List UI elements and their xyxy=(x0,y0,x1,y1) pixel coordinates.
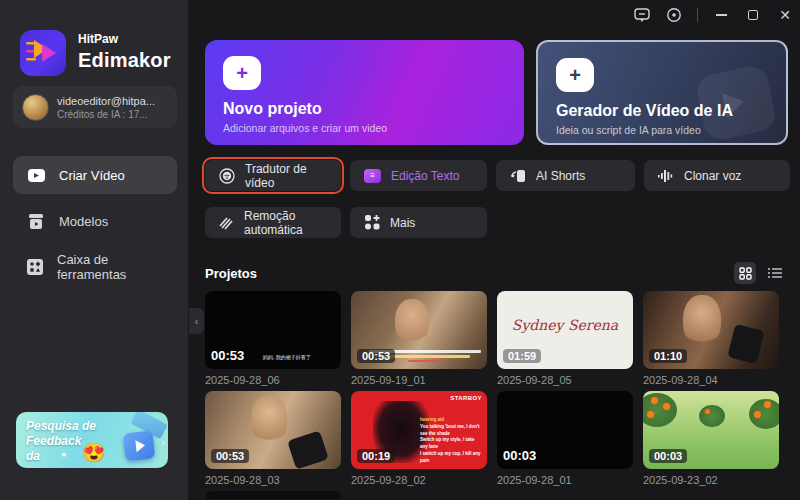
plus-icon: + xyxy=(556,58,594,92)
duration-badge: 00:19 xyxy=(357,449,395,463)
sidebar-item-label: Modelos xyxy=(59,214,108,229)
tool-buttons: ‹ 文 Tradutor de vídeo ≡ Edição Texto AI … xyxy=(205,160,790,254)
toolbox-grid-icon xyxy=(27,258,43,276)
close-button[interactable]: ✕ xyxy=(776,6,794,24)
title-card-text: Sydney Serena xyxy=(497,317,633,333)
tree-decoration xyxy=(643,393,677,427)
project-name: 2025-09-28_04 xyxy=(643,374,779,386)
brand-product: Edimakor xyxy=(78,49,171,72)
project-name: 2025-09-23_02 xyxy=(643,474,779,486)
project-thumbnail[interactable]: 00:53 xyxy=(205,391,341,469)
main-content: + Novo projeto Adicionar arquivos e cria… xyxy=(188,0,800,500)
starboy-logo-text: STARBOY xyxy=(450,395,482,401)
brand-name: HitPaw xyxy=(78,32,171,46)
tool-label: Clonar voz xyxy=(684,169,741,183)
project-thumbnail[interactable]: 00:53 xyxy=(351,291,487,369)
waveform-icon xyxy=(658,168,674,184)
app-logo-icon xyxy=(20,30,66,76)
more-tools-button[interactable]: Mais xyxy=(350,207,487,238)
tree-decoration xyxy=(699,405,725,427)
project-card[interactable]: 00:53 妈妈, 我的裙子好看了 2025-09-28_06 xyxy=(205,291,341,386)
projects-title: Projetos xyxy=(205,266,257,281)
video-translator-button[interactable]: 文 Tradutor de vídeo xyxy=(205,160,341,191)
project-thumbnail[interactable]: 00:53 妈妈, 我的裙子好看了 xyxy=(205,291,341,369)
project-card[interactable]: 00:03 2025-09-28_01 xyxy=(497,391,633,486)
sparkle-icon: ✦ xyxy=(60,450,68,460)
feedback-survey-banner[interactable]: Pesquisa de Feedback da ✦ 😍 › xyxy=(16,412,168,468)
duration-badge: 01:10 xyxy=(649,349,687,363)
chevron-right-icon: › xyxy=(161,436,165,448)
play-clapper-icon xyxy=(123,431,156,462)
stripes-eraser-icon xyxy=(219,215,234,231)
project-name: 2025-09-28_01 xyxy=(497,474,633,486)
voice-clone-button[interactable]: Clonar voz xyxy=(644,160,790,191)
tool-label: Remoção automática xyxy=(244,209,327,237)
project-thumbnail[interactable]: 00:03 xyxy=(497,391,633,469)
more-grid-plus-icon xyxy=(364,215,380,231)
lyrics-overlay: hearing aid You talking 'bout me, I don'… xyxy=(420,417,482,464)
project-name: 2025-09-28_03 xyxy=(205,474,341,486)
text-editing-button[interactable]: ≡ Edição Texto xyxy=(350,160,487,191)
duration-badge: 00:53 xyxy=(357,349,395,363)
maximize-button[interactable] xyxy=(744,6,762,24)
tool-label: AI Shorts xyxy=(536,169,585,183)
project-thumbnail[interactable]: 01:10 xyxy=(643,291,779,369)
text-edit-icon: ≡ xyxy=(364,169,381,183)
next-row-thumbnail-sliver[interactable] xyxy=(205,491,341,499)
tool-label: Edição Texto xyxy=(391,169,460,183)
new-project-title: Novo projeto xyxy=(223,100,506,118)
duration-badge: 00:03 xyxy=(649,449,687,463)
templates-box-icon xyxy=(27,212,45,230)
project-name: 2025-09-28_05 xyxy=(497,374,633,386)
hero-cards: + Novo projeto Adicionar arquivos e cria… xyxy=(205,40,788,145)
account-card[interactable]: videoeditor@hitpa... Créditos de IA : 17… xyxy=(13,86,177,128)
duration-badge: 00:03 xyxy=(503,448,536,463)
tool-label: Tradutor de vídeo xyxy=(245,162,327,190)
project-card[interactable]: STARBOY hearing aid You talking 'bout me… xyxy=(351,391,487,486)
plus-icon: + xyxy=(223,56,261,90)
project-name: 2025-09-28_02 xyxy=(351,474,487,486)
settings-icon[interactable] xyxy=(665,6,683,24)
sidebar: HitPaw Edimakor videoeditor@hitpa... Cré… xyxy=(0,0,188,500)
account-credits: Créditos de IA : 17... xyxy=(57,109,155,120)
duration-badge: 01:59 xyxy=(503,349,541,363)
list-view-icon[interactable] xyxy=(764,262,786,284)
project-card[interactable]: 00:53 2025-09-28_03 xyxy=(205,391,341,486)
titlebar-divider xyxy=(697,8,698,22)
project-card[interactable]: 00:53 2025-09-19_01 xyxy=(351,291,487,386)
video-camera-icon xyxy=(27,166,45,184)
feedback-bubble-icon[interactable] xyxy=(633,6,651,24)
auto-removal-button[interactable]: Remoção automática xyxy=(205,207,341,238)
duration-badge: 00:53 xyxy=(211,348,244,363)
project-thumbnail[interactable]: STARBOY hearing aid You talking 'bout me… xyxy=(351,391,487,469)
grid-view-icon[interactable] xyxy=(734,262,756,284)
project-thumbnail[interactable]: Sydney Serena 01:59 xyxy=(497,291,633,369)
avatar xyxy=(22,94,49,121)
sidebar-item-criar-video[interactable]: Criar Vídeo xyxy=(13,156,177,194)
sidebar-item-label: Criar Vídeo xyxy=(59,168,125,183)
project-card[interactable]: Sydney Serena 01:59 2025-09-28_05 xyxy=(497,291,633,386)
project-card[interactable]: 01:10 2025-09-28_04 xyxy=(643,291,779,386)
project-thumbnail[interactable]: 00:03 xyxy=(643,391,779,469)
duration-badge: 00:53 xyxy=(211,449,249,463)
subtitle-caption: 妈妈, 我的裙子好看了 xyxy=(263,354,311,360)
new-project-card[interactable]: + Novo projeto Adicionar arquivos e cria… xyxy=(205,40,524,145)
minimize-button[interactable] xyxy=(712,6,730,24)
sidebar-nav: Criar Vídeo Modelos Caixa de ferramentas xyxy=(13,156,177,286)
project-card[interactable]: 00:03 2025-09-23_02 xyxy=(643,391,779,486)
titlebar: ✕ xyxy=(0,0,800,30)
sidebar-item-modelos[interactable]: Modelos xyxy=(13,202,177,240)
ai-video-generator-card[interactable]: + Gerador de Vídeo de IA Ideia ou script… xyxy=(536,40,788,145)
sidebar-item-label: Caixa de ferramentas xyxy=(57,252,163,282)
projects-header: Projetos xyxy=(205,262,786,284)
heart-eyes-emoji-icon: 😍 xyxy=(82,441,106,464)
new-project-subtitle: Adicionar arquivos e criar um video xyxy=(223,122,506,134)
tool-label: Mais xyxy=(390,216,415,230)
ai-shorts-button[interactable]: AI Shorts xyxy=(496,160,635,191)
project-name: 2025-09-28_06 xyxy=(205,374,341,386)
sidebar-item-caixa-de-ferramentas[interactable]: Caixa de ferramentas xyxy=(13,248,177,286)
projects-grid: 00:53 妈妈, 我的裙子好看了 2025-09-28_06 00:53 20… xyxy=(205,291,779,499)
account-email: videoeditor@hitpa... xyxy=(57,95,155,107)
collapse-sidebar-chevron-icon[interactable]: ‹ xyxy=(189,308,204,334)
translate-globe-icon: 文 xyxy=(219,168,235,184)
